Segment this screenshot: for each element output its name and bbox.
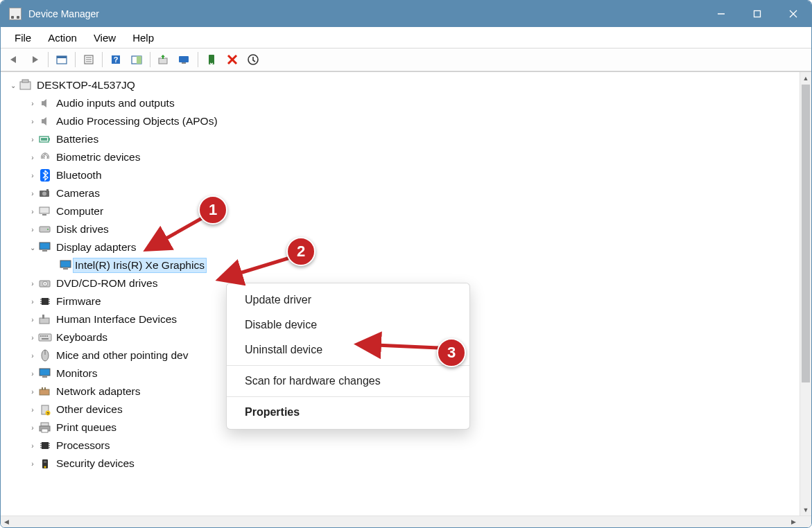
svg-text:?: ? [46,412,49,416]
tree-category[interactable]: ›Audio inputs and outputs [5,94,800,112]
ctx-disable-device[interactable]: Disable device [227,313,469,337]
svg-rect-15 [179,56,189,62]
tree-root[interactable]: ⌄DESKTOP-4L537JQ [5,76,800,94]
category-icon [38,349,52,362]
close-button[interactable] [775,1,811,27]
svg-rect-48 [40,318,49,324]
scroll-left-arrow[interactable]: ◀ [1,516,12,527]
tree-root-label: DESKTOP-4L537JQ [35,78,137,92]
category-icon [38,277,52,290]
tree-category-label: Audio Processing Objects (APOs) [55,114,219,128]
scroll-right-arrow[interactable]: ▶ [788,516,800,527]
tree-category[interactable]: ›Security devices [5,455,800,473]
chevron-right-icon[interactable]: › [27,298,38,306]
chevron-down-icon[interactable]: ⌄ [8,82,19,89]
chevron-right-icon[interactable]: › [27,100,38,107]
vertical-scrollbar[interactable]: ▲ ▼ [800,72,811,516]
tree-category[interactable]: ›Cameras [5,184,800,202]
tree-category-label: Firmware [55,294,103,308]
chevron-right-icon[interactable]: › [27,316,38,324]
chevron-right-icon[interactable]: › [27,406,38,414]
chevron-right-icon[interactable]: › [27,190,38,197]
chevron-right-icon[interactable]: › [27,460,38,468]
minimize-button[interactable] [703,1,739,27]
chevron-right-icon[interactable]: › [27,442,38,450]
menubar: File Action View Help [1,27,811,48]
chevron-right-icon[interactable]: › [27,172,38,179]
scroll-thumb[interactable] [802,85,810,382]
tree-category[interactable]: ›Batteries [5,130,800,148]
chevron-right-icon[interactable]: › [27,280,38,288]
display-adapter-icon [59,259,73,272]
scan-hardware-button[interactable] [175,51,193,69]
chevron-right-icon[interactable]: › [27,226,38,234]
tree-device[interactable]: Intel(R) Iris(R) Xe Graphics [5,256,800,274]
ctx-uninstall-device[interactable]: Uninstall device [227,337,469,362]
svg-rect-58 [40,369,50,376]
svg-point-40 [44,283,46,285]
chevron-right-icon[interactable]: › [27,208,38,215]
help-button[interactable]: ? [107,51,125,69]
svg-point-77 [44,466,46,468]
chevron-right-icon[interactable]: › [27,154,38,161]
show-hidden-button[interactable] [53,51,71,69]
tree-category[interactable]: ›Disk drives [5,220,800,238]
tree-category[interactable]: ›Biometric devices [5,148,800,166]
scroll-down-arrow[interactable]: ▼ [800,504,811,516]
forward-button[interactable] [26,51,44,69]
menu-help[interactable]: Help [124,29,162,46]
tree-device-label: Intel(R) Iris(R) Xe Graphics [73,258,207,273]
svg-rect-52 [42,335,44,337]
chevron-right-icon[interactable]: › [27,370,38,378]
menu-view[interactable]: View [85,29,124,46]
titlebar[interactable]: Device Manager [1,1,811,27]
tree-category[interactable]: ⌄Display adapters [5,238,800,256]
toolbar-separator [150,52,150,67]
svg-rect-29 [46,189,49,191]
svg-rect-37 [63,268,68,270]
horizontal-scrollbar[interactable]: ◀ ▶ [1,516,811,527]
tree-category[interactable]: ›Computer [5,202,800,220]
chevron-right-icon[interactable]: › [27,136,38,143]
menu-file[interactable]: File [6,29,40,46]
update-driver-button[interactable] [155,51,173,69]
svg-rect-16 [182,62,186,64]
svg-rect-69 [42,442,49,449]
chevron-down-icon[interactable]: ⌄ [27,244,38,252]
back-button[interactable] [5,51,23,69]
action-pane-button[interactable] [128,51,146,69]
ctx-properties[interactable]: Properties [227,400,469,425]
chevron-right-icon[interactable]: › [27,118,38,125]
uninstall-device-button[interactable] [223,51,241,69]
device-manager-icon [9,8,21,20]
annotation-badge-3: 3 [437,338,466,367]
ctx-update-driver[interactable]: Update driver [227,288,469,313]
svg-rect-24 [49,138,50,141]
scroll-track-h[interactable] [12,516,788,527]
tree-category-label: DVD/CD-ROM drives [55,276,159,290]
scroll-up-arrow[interactable]: ▲ [800,72,811,84]
enable-device-button[interactable] [202,51,221,69]
chevron-right-icon[interactable]: › [27,352,38,360]
tree-category-label: Biometric devices [55,150,141,164]
tree-category[interactable]: ›Processors [5,437,800,455]
maximize-button[interactable] [739,1,775,27]
svg-rect-50 [39,334,51,341]
annotation-badge-2: 2 [286,237,316,266]
tree-category[interactable]: ›Bluetooth [5,166,800,184]
disable-device-button[interactable] [244,51,262,69]
chevron-right-icon[interactable]: › [27,334,38,342]
chevron-right-icon[interactable]: › [27,388,38,396]
category-icon [38,421,52,434]
category-icon [38,367,52,380]
menu-action[interactable]: Action [40,29,85,46]
properties-button[interactable] [80,51,98,69]
svg-rect-25 [41,138,47,141]
category-icon [38,115,52,127]
chevron-right-icon[interactable]: › [27,424,38,432]
category-icon [38,457,52,470]
tree-category-label: Human Interface Devices [55,313,178,326]
tree-category[interactable]: ›Audio Processing Objects (APOs) [5,112,800,130]
ctx-scan-hardware[interactable]: Scan for hardware changes [227,369,469,394]
window-title: Device Manager [28,8,703,19]
